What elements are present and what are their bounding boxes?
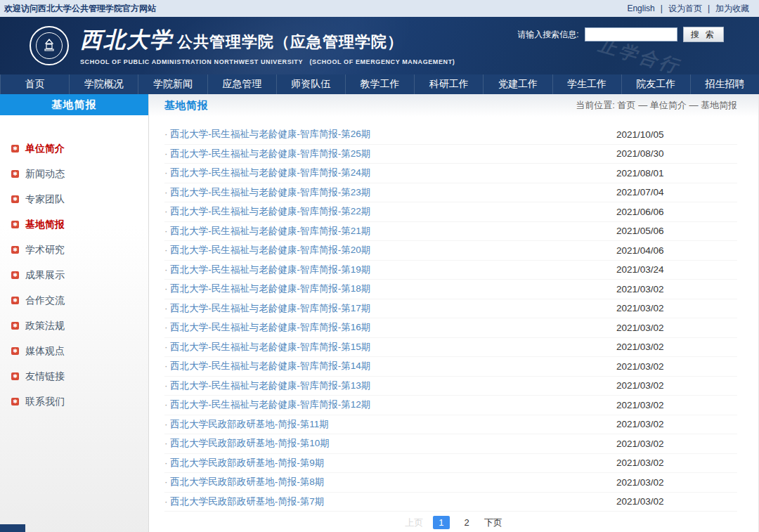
red-square-bullet-icon: ✱ (11, 246, 19, 254)
sidebar-item[interactable]: ✱ 政策法规 (11, 316, 148, 335)
sidebar-item-label: 新闻动态 (25, 168, 65, 181)
nav-item[interactable]: 院友工作 (621, 74, 690, 94)
sidebar-item[interactable]: ✱ 联系我们 (11, 392, 148, 411)
sidebar-item[interactable]: ✱ 新闻动态 (11, 164, 148, 183)
logo-area[interactable]: 西北大学 公共管理学院（应急管理学院） SCHOOL OF PUBLIC ADM… (30, 25, 455, 67)
school-name-english: SCHOOL OF PUBLIC ADMINISTRATION NORTHWES… (80, 58, 455, 67)
bulletin-link[interactable]: 西北大学-民生福祉与老龄健康-智库简报-第16期 (164, 321, 370, 334)
bulletin-link[interactable]: 西北大学-民生福祉与老龄健康-智库简报-第20期 (164, 244, 370, 257)
nav-item[interactable]: 科研工作 (414, 74, 483, 94)
bulletin-date: 2021/03/02 (616, 400, 737, 410)
list-item: 西北大学-民生福祉与老龄健康-智库简报-第26期 2021/10/05 (164, 125, 737, 145)
content-area: 基地简报 当前位置: 首页 — 单位简介 — 基地简报 西北大学-民生福祉与老龄… (149, 94, 759, 532)
list-item: 西北大学民政部政研基地-简报-第7期 2021/03/02 (164, 493, 737, 512)
welcome-text: 欢迎访问西北大学公共管理学院官方网站 (4, 3, 156, 15)
list-item: 西北大学-民生福祉与老龄健康-智库简报-第17期 2021/03/02 (164, 299, 737, 319)
nav-item[interactable]: 应急管理 (207, 74, 276, 94)
bulletin-link[interactable]: 西北大学-民生福祉与老龄健康-智库简报-第13期 (164, 379, 370, 392)
nav-item[interactable]: 学院新闻 (138, 74, 207, 94)
red-square-bullet-icon: ✱ (11, 170, 19, 178)
red-square-bullet-icon: ✱ (11, 322, 19, 330)
nav-item[interactable]: 党建工作 (483, 74, 552, 94)
sidebar-item-label: 学术研究 (25, 244, 65, 257)
top-link-set-homepage[interactable]: 设为首页 (666, 3, 713, 15)
bulletin-link[interactable]: 西北大学-民生福祉与老龄健康-智库简报-第22期 (164, 205, 370, 218)
bulletin-date: 2021/03/02 (616, 496, 737, 507)
red-square-bullet-icon: ✱ (11, 195, 19, 203)
bulletin-date: 2021/10/05 (616, 129, 737, 140)
sidebar-item[interactable]: ✱ 基地简报 (11, 215, 148, 234)
bulletin-link[interactable]: 西北大学民政部政研基地-简报-第9期 (164, 457, 324, 469)
sidebar-item[interactable]: ✱ 专家团队 (11, 190, 148, 209)
site-titles: 西北大学 公共管理学院（应急管理学院） SCHOOL OF PUBLIC ADM… (80, 25, 455, 67)
nav-item[interactable]: 教学工作 (345, 74, 414, 94)
bulletin-link[interactable]: 西北大学-民生福祉与老龄健康-智库简报-第19期 (164, 264, 370, 276)
sidebar-item-label: 专家团队 (25, 193, 65, 206)
bulletin-link[interactable]: 西北大学-民生福祉与老龄健康-智库简报-第24期 (164, 167, 370, 179)
bulletin-date: 2021/03/02 (616, 419, 737, 429)
sidebar-header: 基地简报 (0, 94, 148, 115)
bulletin-link[interactable]: 西北大学民政部政研基地-简报-第8期 (164, 476, 324, 488)
sidebar-item-label: 联系我们 (25, 396, 65, 408)
sidebar-item[interactable]: ✱ 学术研究 (11, 240, 148, 259)
top-links: English 设为首页 加为收藏 (624, 3, 752, 15)
university-seal-icon (30, 26, 69, 65)
list-item: 西北大学-民生福祉与老龄健康-智库简报-第12期 2021/03/02 (164, 396, 737, 415)
bulletin-link[interactable]: 西北大学-民生福祉与老龄健康-智库简报-第14期 (164, 360, 370, 372)
university-name-calligraphy: 西北大学 (80, 25, 173, 55)
bulletin-link[interactable]: 西北大学-民生福祉与老龄健康-智库简报-第15期 (164, 341, 370, 353)
sidebar-item[interactable]: ✱ 成果展示 (11, 266, 148, 285)
pagination: 上页 1 2 下页 (149, 516, 758, 529)
bulletin-date: 2021/03/02 (616, 342, 737, 352)
nav-item[interactable]: 首页 (0, 74, 69, 94)
bulletin-link[interactable]: 西北大学民政部政研基地-简报-第10期 (164, 437, 330, 450)
sidebar-item[interactable]: ✱ 单位简介 (11, 139, 148, 158)
pagination-page-1[interactable]: 1 (433, 516, 449, 529)
footer-strip (0, 524, 25, 532)
bulletin-date: 2021/03/02 (616, 284, 737, 294)
list-item: 西北大学-民生福祉与老龄健康-智库简报-第20期 2021/04/06 (164, 241, 737, 261)
bulletin-link[interactable]: 西北大学民政部政研基地-简报-第11期 (164, 418, 329, 431)
search-area: 请输入搜索信息: 搜 索 (517, 27, 724, 42)
bulletin-date: 2021/08/30 (616, 148, 737, 159)
school-name: 公共管理学院（应急管理学院） (177, 32, 403, 53)
bulletin-link[interactable]: 西北大学-民生福祉与老龄健康-智库简报-第23期 (164, 186, 370, 199)
bulletin-link[interactable]: 西北大学-民生福祉与老龄健康-智库简报-第25期 (164, 148, 370, 160)
bulletin-link[interactable]: 西北大学-民生福祉与老龄健康-智库简报-第12期 (164, 398, 370, 411)
red-square-bullet-icon: ✱ (11, 372, 19, 380)
nav-item[interactable]: 招生招聘 (690, 74, 759, 94)
sidebar-item-label: 成果展示 (25, 269, 65, 282)
bulletin-link[interactable]: 西北大学民政部政研基地-简报-第7期 (164, 495, 324, 508)
bulletin-date: 2021/07/04 (616, 187, 737, 197)
list-item: 西北大学-民生福祉与老龄健康-智库简报-第21期 2021/05/06 (164, 222, 737, 242)
sidebar-item[interactable]: ✱ 合作交流 (11, 291, 148, 310)
sidebar-item[interactable]: ✱ 友情链接 (11, 367, 148, 386)
nav-item[interactable]: 师资队伍 (276, 74, 345, 94)
sidebar-item[interactable]: ✱ 媒体观点 (11, 342, 148, 361)
bulletin-date: 2021/04/06 (616, 245, 737, 256)
search-button[interactable]: 搜 索 (683, 27, 724, 42)
bulletin-date: 2021/03/02 (616, 361, 737, 372)
red-square-bullet-icon: ✱ (11, 398, 19, 406)
top-link-english[interactable]: English (624, 4, 665, 13)
list-item: 西北大学民政部政研基地-简报-第11期 2021/03/02 (164, 415, 737, 435)
bulletin-date: 2021/06/06 (616, 207, 737, 217)
top-link-add-favorite[interactable]: 加为收藏 (713, 3, 752, 15)
red-square-bullet-icon: ✱ (11, 347, 19, 355)
content-header: 基地简报 当前位置: 首页 — 单位简介 — 基地简报 (149, 94, 758, 117)
list-item: 西北大学民政部政研基地-简报-第8期 2021/03/02 (164, 473, 737, 493)
top-utility-bar: 欢迎访问西北大学公共管理学院官方网站 English 设为首页 加为收藏 (0, 0, 759, 17)
bulletin-link[interactable]: 西北大学-民生福祉与老龄健康-智库简报-第18期 (164, 283, 370, 295)
bulletin-link[interactable]: 西北大学-民生福祉与老龄健康-智库简报-第17期 (164, 302, 370, 315)
bulletin-link[interactable]: 西北大学-民生福祉与老龄健康-智库简报-第21期 (164, 225, 370, 238)
search-input[interactable] (585, 27, 677, 41)
search-label: 请输入搜索信息: (517, 29, 578, 41)
sidebar-item-label: 政策法规 (25, 320, 65, 332)
bulletin-date: 2021/03/02 (616, 380, 737, 391)
nav-item[interactable]: 学生工作 (552, 74, 621, 94)
bulletin-link[interactable]: 西北大学-民生福祉与老龄健康-智库简报-第26期 (164, 128, 370, 141)
pagination-next[interactable]: 下页 (484, 517, 502, 529)
nav-item[interactable]: 学院概况 (69, 74, 138, 94)
pagination-page-2[interactable]: 2 (460, 516, 474, 529)
sidebar-item-label: 媒体观点 (25, 345, 65, 358)
